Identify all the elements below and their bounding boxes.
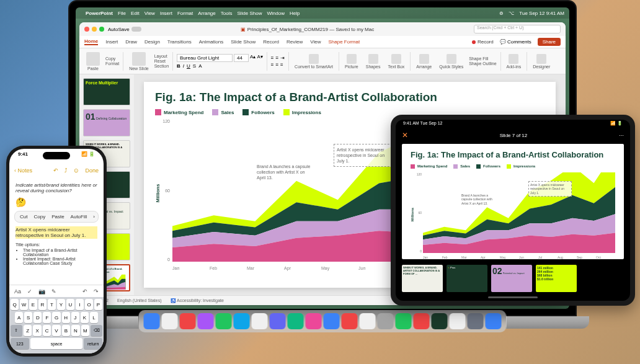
slide-thumb-1[interactable]: Force Multiplier: [83, 78, 130, 105]
close-icon[interactable]: ✕: [402, 131, 408, 140]
more-icon[interactable]: ⊙: [74, 167, 79, 174]
copy-button[interactable]: Copy: [105, 56, 119, 61]
format-button[interactable]: Aa: [14, 288, 21, 295]
font-select[interactable]: Bureau Grot Light: [177, 54, 233, 62]
ipad-home-indicator[interactable]: [488, 296, 538, 298]
key-U[interactable]: U: [66, 299, 74, 310]
title-option-2[interactable]: Instant Impact: Brand-Artist Collaborati…: [23, 257, 97, 265]
key-S[interactable]: S: [24, 312, 32, 323]
tab-slideshow[interactable]: Slide Show: [231, 39, 256, 45]
tab-shape-format[interactable]: Shape Format: [329, 39, 360, 45]
menu-arrange[interactable]: Arrange: [198, 11, 215, 16]
strike-button[interactable]: S: [193, 63, 196, 69]
key-L[interactable]: L: [90, 312, 98, 323]
copy-button[interactable]: Copy: [33, 214, 45, 220]
camera-button[interactable]: 📷: [38, 288, 45, 295]
menu-slideshow[interactable]: Slide Show: [237, 11, 262, 16]
note-question[interactable]: Indicate artist/brand identities here or…: [16, 182, 97, 193]
tab-insert[interactable]: Insert: [105, 39, 118, 45]
share-button[interactable]: Share: [538, 38, 561, 46]
key-I[interactable]: I: [76, 299, 84, 310]
increase-font-button[interactable]: A▴: [250, 54, 256, 62]
back-button[interactable]: ‹ Notes: [14, 167, 32, 174]
ipad-thumb-6[interactable]: 141 million264 million$68 billion$1.6 tr…: [536, 265, 577, 292]
wifi-icon[interactable]: ⊚: [499, 11, 504, 16]
status-accessibility[interactable]: ♿ Accessibility: Investigate: [171, 298, 224, 303]
maximize-button[interactable]: [99, 27, 104, 32]
title-option-1[interactable]: The Impact of a Brand-Artist Collaborati…: [23, 248, 97, 257]
picture-button[interactable]: Picture: [343, 54, 360, 69]
menu-window[interactable]: Window: [267, 11, 284, 16]
slide-thumb-2[interactable]: 01 Defining Collaboration: [83, 109, 130, 136]
autosave-toggle[interactable]: AutoSave: [108, 27, 141, 32]
section-button[interactable]: Section: [154, 64, 169, 68]
notes-content[interactable]: Indicate artist/brand identities here or…: [9, 179, 104, 285]
align-center-button[interactable]: ≡: [275, 62, 278, 68]
key-P[interactable]: P: [94, 299, 102, 310]
paste-button[interactable]: Paste: [84, 52, 102, 71]
key-E[interactable]: E: [29, 299, 37, 310]
tab-animations[interactable]: Animations: [199, 39, 224, 45]
menubar-clock[interactable]: Tue Sep 12 9:41 AM: [519, 11, 564, 16]
chart-annotation-2[interactable]: Artist X opens midcareer retrospective i…: [334, 144, 396, 167]
menu-tools[interactable]: Tools: [221, 11, 233, 16]
menu-insert[interactable]: Insert: [160, 11, 172, 16]
bullets-button[interactable]: ≡: [271, 55, 274, 61]
key-Z[interactable]: Z: [24, 325, 32, 336]
checklist-button[interactable]: ✓: [27, 288, 32, 295]
numbering-button[interactable]: ≡: [275, 55, 278, 61]
align-left-button[interactable]: ≡: [271, 62, 274, 68]
share-icon[interactable]: ⤴: [64, 167, 68, 174]
ipad-thumb-3[interactable]: WHEN IT WORKS, A BRAND-ARTIST COLLABORAT…: [402, 265, 443, 292]
menu-format[interactable]: Format: [177, 11, 193, 16]
key-K[interactable]: K: [81, 312, 89, 323]
key-R[interactable]: R: [38, 299, 47, 310]
key-F[interactable]: F: [43, 312, 51, 323]
key-C[interactable]: C: [43, 325, 51, 336]
undo-icon[interactable]: ↶: [53, 167, 58, 174]
ipad-thumb-4[interactable]: ↑↓Pros4: [447, 265, 487, 292]
ipad-thumb-5[interactable]: 02 Potential vs. Impact5: [491, 265, 532, 292]
search-input[interactable]: Search (Cmd + Ctrl + U): [474, 25, 561, 33]
close-button[interactable]: [84, 27, 89, 32]
quick-styles-button[interactable]: Quick Styles: [437, 54, 465, 69]
tab-review[interactable]: Review: [287, 39, 303, 45]
bold-button[interactable]: B: [177, 63, 180, 69]
tab-draw[interactable]: Draw: [125, 39, 137, 45]
minimize-button[interactable]: [92, 27, 97, 32]
font-color-button[interactable]: A: [198, 63, 202, 69]
slide-title[interactable]: Fig. 1a: The Impact of a Brand-Artist Co…: [155, 91, 544, 104]
markup-button[interactable]: ✎: [51, 288, 56, 295]
arrange-button[interactable]: Arrange: [414, 54, 433, 69]
ipad-thumbnails[interactable]: WHEN IT WORKS, A BRAND-ARTIST COLLABORAT…: [396, 262, 630, 295]
tab-record[interactable]: Record: [263, 39, 279, 45]
chart-annotation-1[interactable]: Brand A launches a capsule collection wi…: [257, 164, 313, 180]
key-X[interactable]: X: [33, 325, 41, 336]
format-painter-button[interactable]: Format: [105, 61, 119, 66]
key-space[interactable]: space: [30, 338, 83, 349]
designer-button[interactable]: Designer: [531, 54, 552, 69]
key-M[interactable]: M: [81, 325, 89, 336]
record-button[interactable]: Record: [472, 39, 494, 45]
key-W[interactable]: W: [20, 299, 28, 310]
key-O[interactable]: O: [85, 299, 93, 310]
key-A[interactable]: A: [15, 312, 23, 323]
selected-text[interactable]: Artist X opens midcareer retrospective i…: [16, 226, 97, 239]
status-language[interactable]: English (United States): [117, 298, 162, 303]
new-slide-button[interactable]: New Slide: [127, 52, 151, 71]
key-return[interactable]: return: [84, 338, 102, 349]
shapes-button[interactable]: Shapes: [364, 54, 383, 69]
ipad-current-slide[interactable]: Fig. 1a: The Impact of a Brand-Artist Co…: [402, 144, 624, 259]
tab-home[interactable]: Home: [84, 38, 98, 45]
addins-button[interactable]: Add-ins: [505, 54, 523, 69]
menu-help[interactable]: Help: [290, 11, 300, 16]
menu-view[interactable]: View: [144, 11, 155, 16]
key-Y[interactable]: Y: [57, 299, 65, 310]
key-Q[interactable]: Q: [11, 299, 19, 310]
decrease-font-button[interactable]: A▾: [257, 54, 262, 62]
key-N[interactable]: N: [71, 325, 79, 336]
redo-button[interactable]: ↷: [94, 288, 99, 295]
key-G[interactable]: G: [52, 312, 60, 323]
shape-fill-button[interactable]: Shape Fill: [469, 56, 496, 61]
key-⌫[interactable]: ⌫: [91, 325, 102, 336]
